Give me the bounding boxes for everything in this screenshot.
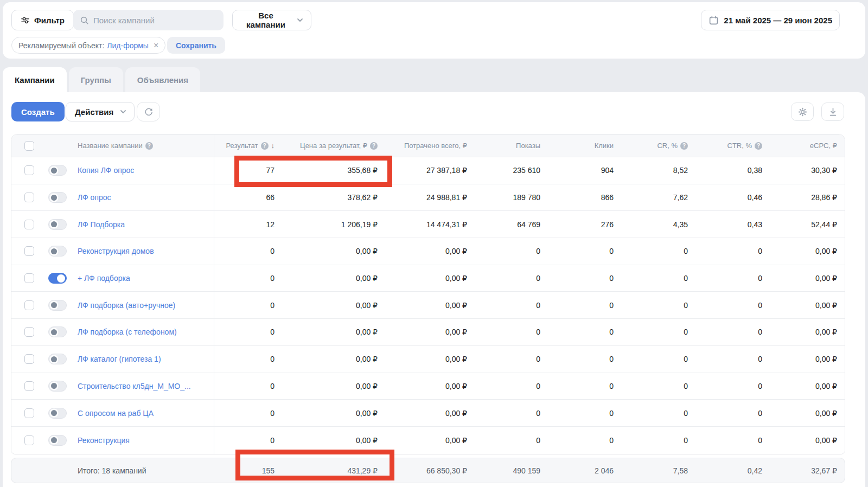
table-row: С опросом на раб ЦА 0 0,00 ₽ 0,00 ₽ 0 0 … xyxy=(11,400,845,427)
campaign-toggle[interactable] xyxy=(48,435,67,446)
row-checkbox[interactable] xyxy=(24,408,34,418)
filter-button-label: Фильтр xyxy=(34,16,65,25)
column-header-name[interactable]: Название кампании ? xyxy=(71,134,214,157)
campaign-toggle[interactable] xyxy=(48,219,67,230)
cell-spent: 0,00 ₽ xyxy=(378,427,467,454)
campaign-toggle[interactable] xyxy=(48,381,67,392)
search-field[interactable] xyxy=(73,10,224,30)
campaign-toggle[interactable] xyxy=(48,354,67,364)
chevron-down-icon xyxy=(296,16,304,24)
tab-ads[interactable]: Объявления xyxy=(125,67,200,92)
row-checkbox[interactable] xyxy=(24,273,34,283)
cell-clicks: 0 xyxy=(540,400,614,426)
help-icon[interactable]: ? xyxy=(145,142,153,150)
tab-campaigns[interactable]: Кампании xyxy=(3,67,67,92)
row-checkbox[interactable] xyxy=(24,165,34,175)
cell-cr: 4,35 xyxy=(614,211,688,238)
date-range-value: 21 май 2025 — 29 июн 2025 xyxy=(724,16,832,25)
save-filter-button[interactable]: Сохранить xyxy=(167,37,225,54)
export-button[interactable] xyxy=(821,102,844,121)
cell-spent: 27 387,18 ₽ xyxy=(378,157,467,184)
cell-ctr: 0 xyxy=(688,292,762,318)
row-checkbox[interactable] xyxy=(24,193,34,202)
campaign-name-link[interactable]: ЛФ подборка (с телефоном) xyxy=(78,328,177,336)
campaign-toggle[interactable] xyxy=(48,246,67,257)
close-icon[interactable]: × xyxy=(154,41,158,50)
campaign-name-link[interactable]: Строительство кл5дн_М_МО_... xyxy=(78,382,191,390)
date-range-picker[interactable]: 21 май 2025 — 29 июн 2025 xyxy=(701,10,840,30)
cell-result: 0 xyxy=(214,373,275,400)
column-header-ecpc[interactable]: eCPC, ₽ xyxy=(762,134,845,157)
column-header-ctr[interactable]: CTR, % ? xyxy=(688,134,762,157)
cell-impressions: 235 610 xyxy=(467,157,540,184)
tab-groups[interactable]: Группы xyxy=(69,67,123,92)
campaign-toggle[interactable] xyxy=(48,165,67,176)
cell-impressions: 0 xyxy=(467,400,540,426)
row-checkbox[interactable] xyxy=(24,246,34,256)
campaign-toggle[interactable] xyxy=(48,326,67,337)
column-header-result[interactable]: Результат ? ↓ xyxy=(214,134,275,157)
row-checkbox[interactable] xyxy=(24,435,34,445)
campaign-scope-select[interactable]: Все кампании xyxy=(232,10,311,30)
filter-panel: Фильтр Все кампании 21 май 2025 — 29 июн… xyxy=(3,2,865,59)
help-icon[interactable]: ? xyxy=(370,142,378,150)
campaign-name-link[interactable]: ЛФ опрос xyxy=(78,193,111,202)
refresh-icon xyxy=(144,107,154,117)
cell-ecpc: 0,00 ₽ xyxy=(762,373,845,400)
cell-clicks: 0 xyxy=(540,319,614,345)
cell-ctr: 0,38 xyxy=(688,157,762,184)
campaign-name-link[interactable]: ЛФ подборка (авто+ручное) xyxy=(78,301,175,310)
help-icon[interactable]: ? xyxy=(680,142,688,150)
cell-impressions: 0 xyxy=(467,427,540,454)
row-checkbox[interactable] xyxy=(24,300,34,310)
cell-ecpc: 30,30 ₽ xyxy=(762,157,845,184)
cell-result: 0 xyxy=(214,346,275,373)
table-row: ЛФ подборка (авто+ручное) 0 0,00 ₽ 0,00 … xyxy=(11,292,845,319)
campaign-toggle[interactable] xyxy=(48,408,67,419)
totals-ecpc: 32,67 ₽ xyxy=(762,458,846,483)
campaign-name-link[interactable]: Реконструкция xyxy=(78,436,130,445)
filter-button[interactable]: Фильтр xyxy=(11,10,74,30)
cell-clicks: 276 xyxy=(540,211,614,238)
cell-clicks: 866 xyxy=(540,184,614,211)
campaign-name-link[interactable]: ЛФ каталог (гипотеза 1) xyxy=(78,355,161,363)
row-checkbox[interactable] xyxy=(24,220,34,229)
cell-result: 66 xyxy=(214,184,275,211)
refresh-button[interactable] xyxy=(137,102,160,121)
campaign-toggle[interactable] xyxy=(48,192,67,203)
campaign-toggle[interactable] xyxy=(48,273,67,284)
campaign-name-link[interactable]: + ЛФ подборка xyxy=(78,274,130,283)
column-header-impressions[interactable]: Показы xyxy=(467,134,540,157)
campaigns-table: Название кампании ? Результат ? ↓ Цена з… xyxy=(11,134,845,454)
actions-button-label: Действия xyxy=(75,107,113,117)
actions-button[interactable]: Действия xyxy=(66,102,135,121)
campaign-name-link[interactable]: Реконструкция домов xyxy=(78,247,154,255)
campaign-name-link[interactable]: С опросом на раб ЦА xyxy=(78,409,154,418)
column-header-cost-per-result[interactable]: Цена за результат, ₽ ? xyxy=(275,134,378,157)
search-input[interactable] xyxy=(93,16,217,25)
help-icon[interactable]: ? xyxy=(261,142,269,150)
select-all-checkbox[interactable] xyxy=(24,141,34,151)
cell-ecpc: 0,00 ₽ xyxy=(762,238,845,265)
column-header-spent[interactable]: Потрачено всего, ₽ xyxy=(378,134,467,157)
cell-ecpc: 28,86 ₽ xyxy=(762,184,845,211)
column-header-clicks[interactable]: Клики xyxy=(540,134,614,157)
cell-cr: 0 xyxy=(614,373,688,400)
gear-icon xyxy=(797,107,808,117)
totals-ctr: 0,42 xyxy=(688,458,762,483)
row-checkbox[interactable] xyxy=(24,381,34,391)
table-row: Реконструкция 0 0,00 ₽ 0,00 ₽ 0 0 0 0 0,… xyxy=(11,427,845,454)
settings-button[interactable] xyxy=(791,102,814,121)
column-header-cr[interactable]: CR, % ? xyxy=(614,134,688,157)
cell-cost-per-result: 1 206,19 ₽ xyxy=(275,211,378,238)
campaign-name-link[interactable]: ЛФ Подборка xyxy=(78,220,125,229)
create-button[interactable]: Создать xyxy=(11,102,65,121)
row-checkbox[interactable] xyxy=(24,354,34,364)
totals-impressions: 490 159 xyxy=(467,458,540,483)
row-checkbox[interactable] xyxy=(24,327,34,337)
campaign-toggle[interactable] xyxy=(48,300,67,311)
chip-label: Рекламируемый объект: xyxy=(18,41,104,50)
campaign-name-link[interactable]: Копия ЛФ опрос xyxy=(78,166,134,175)
cell-ctr: 0 xyxy=(688,400,762,426)
help-icon[interactable]: ? xyxy=(755,142,762,150)
